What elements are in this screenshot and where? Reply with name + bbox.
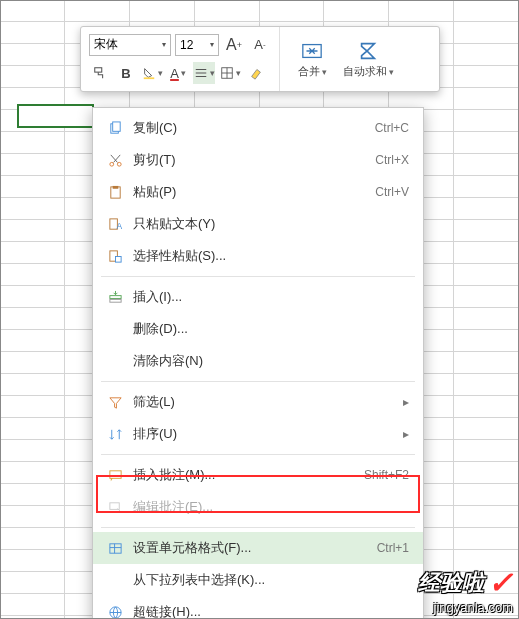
menu-filter[interactable]: 筛选(L)▸: [93, 386, 423, 418]
menu-copy[interactable]: 复制(C)Ctrl+C: [93, 112, 423, 144]
menu-delete[interactable]: 删除(D)...: [93, 313, 423, 345]
menu-shortcut: Ctrl+X: [375, 153, 409, 167]
font-family-select[interactable]: 宋体▾: [89, 34, 171, 56]
menu-label: 设置单元格格式(F)...: [127, 539, 377, 557]
chevron-down-icon: ▾: [162, 40, 166, 49]
svg-rect-9: [112, 185, 118, 188]
increase-font-button[interactable]: A+: [223, 34, 245, 56]
svg-point-6: [109, 162, 113, 166]
watermark: 经验啦✓ jingyanla.com: [418, 565, 513, 615]
font-family-value: 宋体: [94, 36, 118, 53]
menu-label: 筛选(L): [127, 393, 403, 411]
svg-rect-15: [109, 299, 120, 302]
menu-label: 粘贴(P): [127, 183, 375, 201]
menu-shortcut: Ctrl+V: [375, 185, 409, 199]
check-icon: ✓: [488, 565, 513, 600]
font-color-button[interactable]: A▾: [167, 62, 189, 84]
menu-label: 复制(C): [127, 119, 375, 137]
paste-special-icon: [103, 249, 127, 264]
font-size-select[interactable]: 12▾: [175, 34, 219, 56]
autosum-label: 自动求和: [343, 65, 387, 77]
svg-rect-0: [95, 68, 102, 72]
menu-format-cells[interactable]: 设置单元格格式(F)...Ctrl+1: [93, 532, 423, 564]
edit-comment-icon: [103, 500, 127, 515]
format-painter-button[interactable]: [89, 62, 111, 84]
insert-icon: [103, 290, 127, 305]
svg-rect-5: [112, 121, 120, 130]
submenu-arrow-icon: ▸: [403, 427, 409, 441]
menu-clear[interactable]: 清除内容(N): [93, 345, 423, 377]
mini-toolbar: 宋体▾ 12▾ A+ A- B ▾ A▾ ▾ ▾ 合并▾ 自动求和▾: [80, 26, 440, 92]
menu-label: 只粘贴文本(Y): [127, 215, 409, 233]
paste-text-icon: A: [103, 217, 127, 232]
chevron-down-icon: ▾: [389, 67, 394, 77]
font-size-value: 12: [180, 38, 193, 52]
menu-shortcut: Ctrl+1: [377, 541, 409, 555]
merge-label: 合并: [298, 65, 320, 77]
menu-shortcut: Ctrl+C: [375, 121, 409, 135]
menu-label: 删除(D)...: [127, 320, 409, 338]
context-menu: 复制(C)Ctrl+C 剪切(T)Ctrl+X 粘贴(P)Ctrl+V A只粘贴…: [92, 107, 424, 619]
menu-label: 插入(I)...: [127, 288, 409, 306]
align-button[interactable]: ▾: [193, 62, 215, 84]
chevron-down-icon: ▾: [322, 67, 327, 77]
copy-icon: [103, 121, 127, 136]
selected-cell[interactable]: [17, 104, 94, 128]
watermark-title: 经验啦: [418, 568, 484, 598]
cut-icon: [103, 153, 127, 168]
menu-label: 编辑批注(E)...: [127, 498, 409, 516]
menu-insert-comment[interactable]: 插入批注(M)...Shift+F2: [93, 459, 423, 491]
menu-insert[interactable]: 插入(I)...: [93, 281, 423, 313]
merge-icon: [301, 40, 323, 62]
chevron-down-icon: ▾: [210, 68, 215, 78]
menu-label: 清除内容(N): [127, 352, 409, 370]
svg-rect-1: [143, 78, 154, 80]
comment-icon: [103, 468, 127, 483]
menu-separator: [101, 276, 415, 277]
filter-icon: [103, 395, 127, 410]
svg-rect-16: [109, 470, 120, 478]
menu-separator: [101, 454, 415, 455]
menu-sort[interactable]: 排序(U)▸: [93, 418, 423, 450]
chevron-down-icon: ▾: [236, 68, 241, 78]
menu-hyperlink[interactable]: 超链接(H)...: [93, 596, 423, 619]
menu-paste-special[interactable]: 选择性粘贴(S)...: [93, 240, 423, 272]
menu-label: 超链接(H)...: [127, 603, 409, 619]
svg-text:A: A: [116, 221, 122, 231]
link-icon: [103, 605, 127, 620]
svg-point-7: [117, 162, 121, 166]
menu-label: 选择性粘贴(S)...: [127, 247, 409, 265]
paste-icon: [103, 185, 127, 200]
menu-paste-text[interactable]: A只粘贴文本(Y): [93, 208, 423, 240]
menu-edit-comment: 编辑批注(E)...: [93, 491, 423, 523]
menu-paste[interactable]: 粘贴(P)Ctrl+V: [93, 176, 423, 208]
highlight-button[interactable]: [245, 62, 267, 84]
chevron-down-icon: ▾: [210, 40, 214, 49]
borders-button[interactable]: ▾: [219, 62, 241, 84]
menu-shortcut: Shift+F2: [364, 468, 409, 482]
menu-separator: [101, 381, 415, 382]
menu-pick-from-list[interactable]: 从下拉列表中选择(K)...: [93, 564, 423, 596]
chevron-down-icon: ▾: [181, 68, 186, 78]
menu-label: 剪切(T): [127, 151, 375, 169]
decrease-font-button[interactable]: A-: [249, 34, 271, 56]
svg-rect-18: [109, 543, 120, 552]
sort-icon: [103, 427, 127, 442]
bold-button[interactable]: B: [115, 62, 137, 84]
sigma-icon: [357, 40, 379, 62]
watermark-url: jingyanla.com: [418, 600, 513, 615]
svg-rect-13: [115, 256, 121, 262]
menu-label: 排序(U): [127, 425, 403, 443]
fill-color-button[interactable]: ▾: [141, 62, 163, 84]
format-cells-icon: [103, 541, 127, 556]
menu-label: 从下拉列表中选择(K)...: [127, 571, 409, 589]
chevron-down-icon: ▾: [158, 68, 163, 78]
svg-rect-14: [109, 295, 120, 298]
menu-separator: [101, 527, 415, 528]
autosum-button[interactable]: 自动求和▾: [339, 31, 397, 87]
menu-cut[interactable]: 剪切(T)Ctrl+X: [93, 144, 423, 176]
submenu-arrow-icon: ▸: [403, 395, 409, 409]
menu-label: 插入批注(M)...: [127, 466, 364, 484]
merge-cells-button[interactable]: 合并▾: [288, 31, 336, 87]
